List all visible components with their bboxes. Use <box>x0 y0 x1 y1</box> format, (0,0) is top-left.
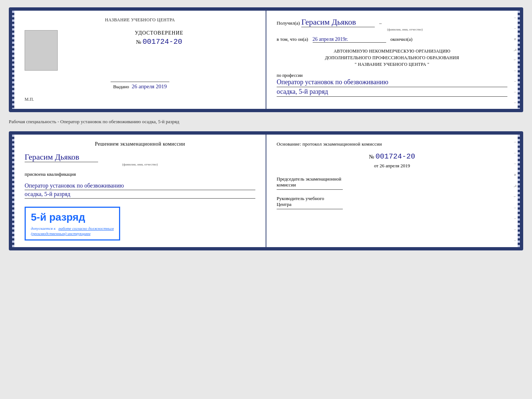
profession-line1: Оператор установок по обезвоживанию <box>277 78 507 87</box>
center-head-section: Руководитель учебного Центра <box>277 196 507 209</box>
cert2-qualification-section: Оператор установок по обезвоживанию осад… <box>25 182 255 199</box>
mp-section: М.П. <box>25 96 255 102</box>
center-head-sig-line <box>277 209 343 209</box>
cert2-recipient-name: Герасим Дьяков <box>25 152 98 162</box>
in-that-row: в том, что он(а) 26 апреля 2019г. окончи… <box>277 36 507 43</box>
cert1-right-panel: Получил(а) Герасим Дьяков – (фамилия, им… <box>266 8 518 111</box>
basis-date-row: от 26 апреля 2019 <box>277 163 507 169</box>
right-side-dashes: – – и ,а ← – – – – <box>513 8 518 111</box>
photo-placeholder <box>25 30 58 71</box>
recipient-sublabel: (фамилия, имя, отчество) <box>302 28 507 31</box>
issued-label: Выдано <box>113 84 129 89</box>
commission-chair-label2: комиссии <box>277 182 507 188</box>
cert2-qual-line1: Оператор установок по обезвоживанию <box>25 182 255 190</box>
profession-label: по профессии <box>277 73 507 78</box>
cert1-left-panel: НАЗВАНИЕ УЧЕБНОГО ЦЕНТРА УДОСТОВЕРЕНИЕ №… <box>14 8 266 111</box>
allowed-prefix: допускается к <box>31 226 55 231</box>
org-line3: " НАЗВАНИЕ УЧЕБНОГО ЦЕНТРА " <box>277 61 507 68</box>
cert2-left-panel: Решением экзаменационной комиссии Гераси… <box>14 132 266 249</box>
allowed-row: допускается к работе согласно должностны… <box>31 225 114 231</box>
basis-number-section: № 001724-20 от 26 апреля 2019 <box>277 152 507 169</box>
cert2-recipient-section: Герасим Дьяков (фамилия, имя, отчество) <box>25 152 255 166</box>
basis-date-prefix: от <box>374 163 378 168</box>
cert2-right-strip <box>518 132 522 249</box>
recipient-row: Получил(а) Герасим Дьяков – <box>277 17 507 27</box>
org-section: АВТОНОМНУЮ НЕКОММЕРЧЕСКУЮ ОРГАНИЗАЦИЮ ДО… <box>277 48 507 68</box>
basis-number-row: № 001724-20 <box>277 152 507 161</box>
page-wrapper: НАЗВАНИЕ УЧЕБНОГО ЦЕНТРА УДОСТОВЕРЕНИЕ №… <box>9 7 523 250</box>
stamp-grade: 5-й разряд <box>31 211 114 223</box>
cert-number: 001724-20 <box>143 38 182 46</box>
info-row-text: Рабочая специальность - Оператор установ… <box>9 119 179 124</box>
cert-number-prefix: № <box>136 39 141 45</box>
org-line2: ДОПОЛНИТЕЛЬНОГО ПРОФЕССИОНАЛЬНОГО ОБРАЗО… <box>277 54 507 61</box>
school-name-label: НАЗВАНИЕ УЧЕБНОГО ЦЕНТРА <box>25 17 255 23</box>
decision-section: Решением экзаменационной комиссии <box>25 141 255 147</box>
issued-section: Выдано 26 апреля 2019 <box>25 82 255 90</box>
commission-chair-label: Председатель экзаменационной <box>277 176 507 182</box>
basis-label: Основание: протокол экзаменационной коми… <box>277 141 507 147</box>
cert-label: УДОСТОВЕРЕНИЕ <box>63 30 255 36</box>
profession-section: по профессии Оператор установок по обезв… <box>277 73 507 97</box>
basis-date: 26 апреля 2019 <box>380 163 410 168</box>
in-that-section: в том, что он(а) 26 апреля 2019г. окончи… <box>277 36 507 43</box>
issued-row: Выдано 26 апреля 2019 <box>25 83 255 90</box>
org-line1: АВТОНОМНУЮ НЕКОММЕРЧЕСКУЮ ОРГАНИЗАЦИЮ <box>277 48 507 54</box>
assigned-label: присвоена квалификация <box>25 171 255 177</box>
right-decorative-strip <box>518 8 522 111</box>
cert2-qual-line2: осадка, 5-й разряд <box>25 191 255 199</box>
commission-chair-section: Председатель экзаменационной комиссии <box>277 176 507 190</box>
profession-line2: осадка, 5-й разряд <box>277 88 507 97</box>
assigned-section: присвоена квалификация <box>25 171 255 177</box>
dash: – <box>379 20 382 26</box>
certificate-2: Решением экзаменационной комиссии Гераси… <box>9 131 523 250</box>
left-decorative-strip <box>10 8 14 111</box>
basis-number: 001724-20 <box>375 152 415 161</box>
cert2-left-strip <box>10 132 14 249</box>
recipient-section: Получил(а) Герасим Дьяков – (фамилия, им… <box>277 17 507 31</box>
allowed-suffix: (производственным) инструкциям <box>31 231 114 236</box>
cert2-right-side-dashes: – – – и ,а ← – – – – <box>513 132 518 249</box>
basis-section: Основание: протокол экзаменационной коми… <box>277 141 507 147</box>
stamp-section: 5-й разряд допускается к работе согласно… <box>25 204 255 241</box>
received-prefix: Получил(а) <box>277 20 300 26</box>
recipient-name: Герасим Дьяков <box>301 17 375 27</box>
center-head-label2: Центра <box>277 202 507 207</box>
org-lines: АВТОНОМНУЮ НЕКОММЕРЧЕСКУЮ ОРГАНИЗАЦИЮ ДО… <box>277 48 507 68</box>
school-name-section: НАЗВАНИЕ УЧЕБНОГО ЦЕНТРА <box>25 17 255 23</box>
in-that-prefix: в том, что он(а) <box>277 36 308 42</box>
in-that-date: 26 апреля 2019г. <box>313 36 386 43</box>
cert2-right-panel: Основание: протокол экзаменационной коми… <box>266 132 518 249</box>
cert-number-row: № 001724-20 <box>63 38 255 46</box>
certificate-1: НАЗВАНИЕ УЧЕБНОГО ЦЕНТРА УДОСТОВЕРЕНИЕ №… <box>9 7 523 112</box>
commission-chair-sig-line <box>277 189 343 190</box>
cert-label-section: УДОСТОВЕРЕНИЕ № 001724-20 <box>63 30 255 46</box>
issued-date: 26 апреля 2019 <box>132 83 167 89</box>
stamp-box: 5-й разряд допускается к работе согласно… <box>25 207 120 241</box>
center-head-label: Руководитель учебного <box>277 196 507 202</box>
allowed-underline: работе согласно должностным <box>58 226 114 231</box>
cert2-recipient-sublabel: (фамилия, имя, отчество) <box>25 163 255 166</box>
mp-label: М.П. <box>25 97 34 102</box>
decision-label: Решением экзаменационной комиссии <box>25 141 255 147</box>
info-row: Рабочая специальность - Оператор установ… <box>9 117 523 127</box>
finished-label: окончил(а) <box>391 36 413 42</box>
basis-number-prefix: № <box>369 154 374 160</box>
